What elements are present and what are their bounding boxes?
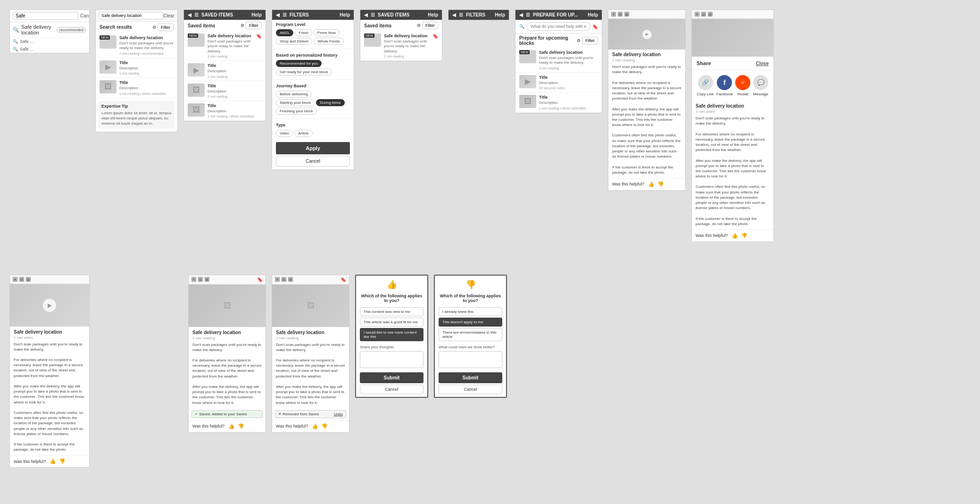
clear-button[interactable]: Clear (163, 13, 174, 18)
feedback-textarea-2[interactable] (439, 351, 502, 368)
article-item[interactable]: NEW Safe delivery location Don't scan pa… (96, 33, 177, 58)
tag-next-block[interactable]: Get ready for your next block (276, 68, 332, 76)
menu-icon[interactable]: ☰ (194, 12, 199, 17)
expand-window-btn[interactable]: ⊞ (205, 277, 209, 282)
menu-icon[interactable]: ☰ (371, 12, 375, 17)
help-label[interactable]: Help (428, 12, 438, 17)
bookmark-icon[interactable]: 🔖 (257, 277, 263, 282)
bookmark-icon[interactable]: 🔖 (432, 34, 438, 39)
submit-button-1[interactable]: Submit (360, 372, 424, 383)
article-item[interactable]: NEW Safe delivery location Don't scan pa… (360, 31, 442, 61)
minimize-window-btn[interactable]: ⊟ (701, 12, 706, 17)
thumbs-up-icon[interactable]: 👍 (50, 458, 56, 464)
search-result-item[interactable]: 🔍 Safe ... (10, 45, 89, 53)
menu-icon[interactable]: ☰ (282, 12, 287, 17)
bookmark-icon[interactable]: 🔖 (592, 24, 598, 29)
tag-during-block[interactable]: During block (316, 99, 344, 106)
thumbs-down-icon[interactable]: 👎 (59, 458, 66, 464)
tag-shop-deliver[interactable]: Shop and Deliver (276, 38, 312, 45)
cancel-feedback-button-1[interactable]: Cancel (360, 385, 424, 394)
thumbs-up-icon[interactable]: 👍 (648, 181, 655, 187)
thumbs-down-icon[interactable]: 👎 (741, 233, 747, 239)
apply-button[interactable]: Apply (276, 142, 350, 154)
expand-window-btn[interactable]: ⊞ (26, 277, 31, 282)
feedback-option-doesnt-apply[interactable]: This doesn't apply to me (439, 318, 502, 327)
close-window-btn[interactable]: ✕ (13, 277, 17, 282)
back-icon[interactable]: ◀ (188, 12, 191, 17)
minimize-window-btn[interactable]: ⊟ (19, 277, 24, 282)
help-label[interactable]: Help (251, 12, 262, 17)
menu-icon[interactable]: ☰ (526, 12, 530, 17)
thumbs-up-icon[interactable]: 👍 (228, 423, 235, 429)
filter-button[interactable]: Filter (422, 22, 438, 29)
filter-button[interactable]: Filter (158, 24, 174, 31)
article-item[interactable]: 🖼 Title Description 1 min reading • driv… (515, 92, 602, 112)
cancel-feedback-button-2[interactable]: Cancel (439, 385, 502, 394)
back-icon[interactable]: ◀ (276, 12, 280, 17)
submit-button-2[interactable]: Submit (439, 372, 502, 383)
tag-video[interactable]: Video (276, 130, 293, 137)
thumbs-down-icon[interactable]: 👎 (321, 423, 328, 429)
feedback-option-knew[interactable]: I already knew this (439, 307, 502, 316)
tag-finishing-block[interactable]: Finishing your block (276, 108, 317, 115)
cancel-button[interactable]: Cancel (80, 13, 90, 18)
minimize-window-btn[interactable]: ⊟ (618, 12, 623, 17)
tag-fresh[interactable]: Fresh (295, 29, 312, 36)
share-close-link[interactable]: Close (756, 61, 769, 66)
bookmark-icon[interactable]: 🔖 (341, 277, 346, 282)
feedback-textarea-1[interactable] (360, 351, 424, 368)
close-window-btn[interactable]: ✕ (275, 277, 280, 282)
results-search-input[interactable] (99, 12, 163, 19)
expand-window-btn[interactable]: ⊞ (624, 12, 629, 17)
article-item[interactable]: ▶ Title Description 1 min reading (96, 58, 177, 78)
back-icon[interactable]: ◀ (452, 12, 456, 17)
back-icon[interactable]: ◀ (364, 12, 368, 17)
undo-link[interactable]: Undo (334, 412, 343, 416)
search-result-item[interactable]: 🔍 Safe ... (10, 38, 89, 45)
reddit-option[interactable]: r/ Reddit (735, 75, 750, 96)
search-input[interactable] (13, 12, 78, 20)
thumbs-up-icon[interactable]: 👍 (312, 423, 318, 429)
search-suggested-row[interactable]: 🔍 Safe delivery location recommended (10, 22, 89, 38)
tag-article[interactable]: Article (294, 130, 312, 137)
filter-button[interactable]: Filter (582, 37, 598, 44)
expand-window-btn[interactable]: ⊞ (288, 277, 293, 282)
back-icon[interactable]: ◀ (519, 12, 523, 17)
expand-window-btn[interactable]: ⊞ (708, 12, 713, 17)
feedback-option-new[interactable]: This content was new to me (360, 307, 424, 316)
article-item[interactable]: 🖼 Title Description 2 min reading (184, 81, 266, 101)
article-item[interactable]: NEW Safe delivery location Don't scan pa… (515, 48, 602, 73)
feedback-option-good[interactable]: This article was a good fit for me (360, 318, 424, 327)
article-item[interactable]: 🖼 Title Description 1 min reading • driv… (96, 78, 177, 98)
close-window-btn[interactable]: ✕ (695, 12, 699, 17)
help-label[interactable]: Help (588, 12, 598, 17)
tag-before-delivering[interactable]: Before delivering (276, 91, 312, 98)
minimize-window-btn[interactable]: ⊟ (282, 277, 286, 282)
copy-link-option[interactable]: 🔗 Copy Link (697, 75, 714, 96)
bookmark-icon[interactable]: 🔖 (256, 34, 262, 39)
tag-prime-now[interactable]: Prime Now (314, 29, 340, 36)
filter-button[interactable]: Filter (246, 22, 262, 29)
message-option[interactable]: 💬 Message (753, 75, 768, 96)
thumbs-down-icon[interactable]: 👎 (657, 181, 664, 187)
feedback-option-more[interactable]: I would like to see more content like th… (360, 328, 424, 341)
prepare-search-input[interactable] (526, 22, 590, 31)
facebook-option[interactable]: f Facebook (716, 75, 733, 96)
help-label[interactable]: Help (495, 12, 505, 17)
help-label[interactable]: Help (340, 12, 350, 17)
article-item[interactable]: ▶ Title Description 2 min reading (184, 61, 266, 81)
thumbs-down-icon[interactable]: 👎 (238, 423, 244, 429)
article-item[interactable]: ▶ Title Description 30 seconds video (515, 73, 602, 92)
feedback-option-errors[interactable]: There are errors/mistakes in this articl… (439, 328, 502, 341)
minimize-window-btn[interactable]: ⊟ (198, 277, 203, 282)
play-button[interactable]: ▶ (43, 299, 56, 312)
close-window-btn[interactable]: ✕ (611, 12, 616, 17)
tag-amzl[interactable]: AMZL (276, 29, 293, 36)
tag-recommended[interactable]: Recommended for you (276, 60, 322, 67)
article-item[interactable]: 🖼 Title Description 1 min reading • driv… (184, 101, 266, 121)
tag-starting-block[interactable]: Starting your block (276, 99, 315, 106)
cancel-filter-button[interactable]: Cancel (276, 156, 350, 167)
close-window-btn[interactable]: ✕ (191, 277, 196, 282)
article-item[interactable]: NEW Safe delivery location Don't scan pa… (184, 31, 266, 61)
menu-icon[interactable]: ☰ (459, 12, 463, 17)
